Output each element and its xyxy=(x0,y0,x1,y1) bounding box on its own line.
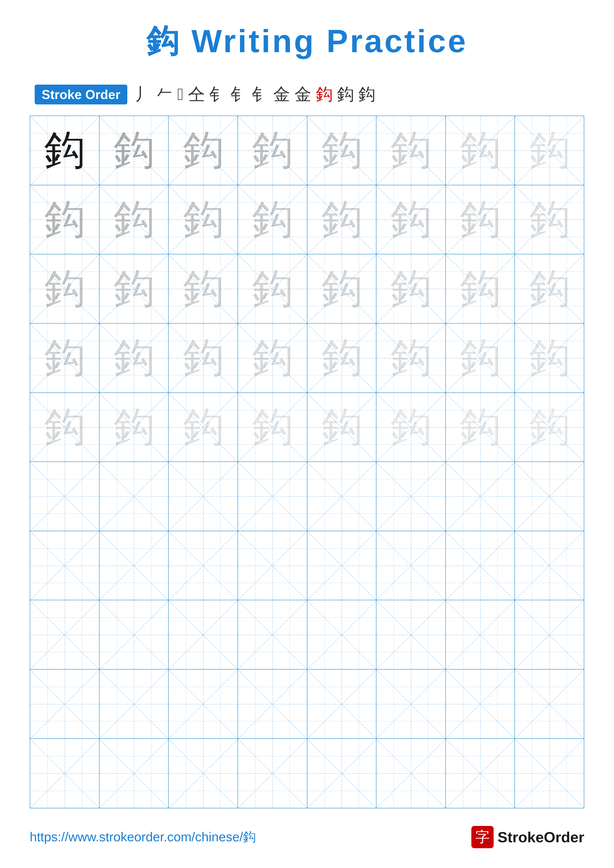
practice-char: 鈎 xyxy=(390,130,431,171)
grid-cell xyxy=(446,531,515,600)
practice-char: 鈎 xyxy=(321,407,362,448)
v-dash-line xyxy=(272,670,273,738)
grid-cell xyxy=(238,600,307,670)
practice-char: 鈎 xyxy=(529,407,570,448)
grid-cell xyxy=(515,531,584,600)
practice-char: 鈎 xyxy=(529,338,570,378)
practice-char: 鈎 xyxy=(529,199,570,240)
practice-char: 鈎 xyxy=(44,338,85,378)
grid-cell: 鈎 xyxy=(99,393,169,462)
v-dash-line xyxy=(411,531,411,600)
practice-char: 鈎 xyxy=(460,268,501,309)
practice-char: 鈎 xyxy=(113,199,154,240)
grid-cell xyxy=(99,531,169,600)
v-dash-line xyxy=(411,739,411,808)
grid-cell: 鈎 xyxy=(515,324,584,393)
v-dash-line xyxy=(480,462,481,531)
grid-cell: 鈎 xyxy=(169,254,238,324)
grid-cell: 鈎 xyxy=(99,254,169,324)
grid-cell: 鈎 xyxy=(515,116,584,185)
stroke-9: 金 xyxy=(294,83,311,105)
grid-cell: 鈎 xyxy=(446,324,515,393)
grid-cell xyxy=(376,531,446,600)
grid-cell: 鈎 xyxy=(238,393,307,462)
grid-row xyxy=(30,670,584,739)
v-dash-line xyxy=(65,739,65,808)
grid-cell: 鈎 xyxy=(238,185,307,254)
practice-char: 鈎 xyxy=(390,268,431,309)
grid-cell xyxy=(307,739,377,808)
grid-cell xyxy=(238,670,307,739)
grid-cell: 鈎 xyxy=(376,116,446,185)
v-dash-line xyxy=(480,600,481,669)
practice-char: 鈎 xyxy=(321,338,362,378)
v-dash-line xyxy=(203,739,204,808)
practice-char: 鈎 xyxy=(321,199,362,240)
grid-cell xyxy=(238,462,307,531)
grid-row xyxy=(30,462,584,531)
stroke-10: 鈎 xyxy=(316,83,333,105)
grid-cell xyxy=(307,531,377,600)
v-dash-line xyxy=(272,600,273,669)
grid-cell: 鈎 xyxy=(307,393,377,462)
practice-char: 鈎 xyxy=(460,199,501,240)
v-dash-line xyxy=(342,462,342,531)
grid-cell xyxy=(515,462,584,531)
v-dash-line xyxy=(203,670,204,738)
practice-char: 鈎 xyxy=(183,130,224,171)
stroke-order-row: Stroke Order 丿 𠂉 𠂇 仝 钅 钅 钅 金 金 鈎 鈎 鈎 xyxy=(30,83,584,105)
practice-char: 鈎 xyxy=(113,130,154,171)
practice-char: 鈎 xyxy=(183,407,224,448)
practice-char: 鈎 xyxy=(390,407,431,448)
grid-cell: 鈎 xyxy=(99,185,169,254)
grid-cell xyxy=(169,531,238,600)
v-dash-line xyxy=(342,600,342,669)
grid-cell: 鈎 xyxy=(515,254,584,324)
grid-cell: 鈎 xyxy=(30,393,99,462)
practice-char: 鈎 xyxy=(44,407,85,448)
practice-char: 鈎 xyxy=(113,338,154,378)
grid-cell xyxy=(515,600,584,670)
grid-cell: 鈎 xyxy=(238,324,307,393)
grid-cell xyxy=(30,739,99,808)
stroke-8: 金 xyxy=(273,83,290,105)
grid-cell: 鈎 xyxy=(30,185,99,254)
practice-char: 鈎 xyxy=(252,268,293,309)
grid-cell: 鈎 xyxy=(307,185,377,254)
practice-char: 鈎 xyxy=(44,130,85,171)
practice-char: 鈎 xyxy=(390,199,431,240)
grid-cell xyxy=(30,600,99,670)
footer-url: https://www.strokeorder.com/chinese/鈎 xyxy=(30,828,256,846)
grid-cell: 鈎 xyxy=(376,185,446,254)
grid-cell: 鈎 xyxy=(446,393,515,462)
grid-row: 鈎鈎鈎鈎鈎鈎鈎鈎 xyxy=(30,254,584,324)
v-dash-line xyxy=(134,670,134,738)
practice-char: 鈎 xyxy=(252,199,293,240)
practice-char: 鈎 xyxy=(252,130,293,171)
v-dash-line xyxy=(203,462,204,531)
grid-cell xyxy=(446,739,515,808)
stroke-3: 𠂇 xyxy=(177,85,183,104)
v-dash-line xyxy=(549,739,550,808)
grid-cell: 鈎 xyxy=(376,324,446,393)
grid-cell xyxy=(169,739,238,808)
grid-cell: 鈎 xyxy=(169,393,238,462)
v-dash-line xyxy=(134,462,134,531)
v-dash-line xyxy=(480,531,481,600)
grid-cell xyxy=(30,462,99,531)
practice-char: 鈎 xyxy=(44,199,85,240)
grid-cell xyxy=(446,462,515,531)
stroke-1: 丿 xyxy=(135,83,152,105)
grid-cell: 鈎 xyxy=(376,254,446,324)
v-dash-line xyxy=(134,739,134,808)
practice-char: 鈎 xyxy=(390,338,431,378)
footer-logo-icon: 字 xyxy=(471,826,494,848)
stroke-11: 鈎 xyxy=(337,83,354,105)
v-dash-line xyxy=(342,739,342,808)
v-dash-line xyxy=(65,670,65,738)
v-dash-line xyxy=(480,670,481,738)
grid-cell xyxy=(376,462,446,531)
grid-cell xyxy=(307,670,377,739)
grid-row: 鈎鈎鈎鈎鈎鈎鈎鈎 xyxy=(30,116,584,185)
v-dash-line xyxy=(411,462,411,531)
